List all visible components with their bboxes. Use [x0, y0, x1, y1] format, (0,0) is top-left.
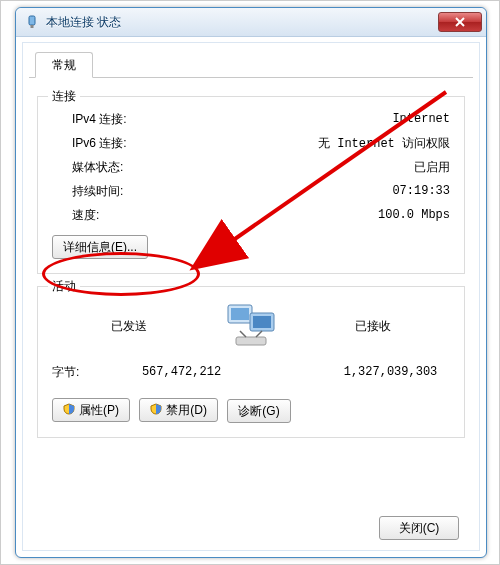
group-connection: 连接 IPv4 连接: Internet IPv6 连接: 无 Internet… — [37, 96, 465, 274]
ipv4-label: IPv4 连接: — [72, 111, 127, 128]
titlebar[interactable]: 本地连接 状态 — [16, 8, 486, 37]
svg-rect-8 — [236, 337, 266, 345]
svg-rect-7 — [253, 316, 271, 328]
group-activity: 活动 已发送 已接收 — [37, 286, 465, 438]
bytes-sent-value: 567,472,212 — [122, 365, 241, 379]
svg-line-10 — [256, 331, 262, 337]
ipv4-value: Internet — [392, 112, 450, 126]
tab-general[interactable]: 常规 — [35, 52, 93, 78]
disable-button-label: 禁用(D) — [166, 402, 207, 419]
properties-button[interactable]: 属性(P) — [52, 398, 130, 422]
speed-label: 速度: — [72, 207, 99, 224]
diagnose-button[interactable]: 诊断(G) — [227, 399, 290, 423]
network-activity-icon — [206, 301, 296, 352]
disable-button[interactable]: 禁用(D) — [139, 398, 218, 422]
properties-button-label: 属性(P) — [79, 402, 119, 419]
sent-label: 已发送 — [52, 318, 206, 335]
window-frame: 本地连接 状态 常规 连接 IPv4 连接: Internet IPv6 连接:… — [15, 7, 487, 558]
tab-row: 常规 — [29, 49, 473, 78]
media-state-value: 已启用 — [414, 159, 450, 176]
ipv6-value: 无 Internet 访问权限 — [318, 135, 450, 152]
svg-rect-0 — [29, 16, 35, 25]
details-button[interactable]: 详细信息(E)... — [52, 235, 148, 259]
window-title: 本地连接 状态 — [46, 14, 438, 31]
duration-value: 07:19:33 — [392, 184, 450, 198]
tab-pane: 连接 IPv4 连接: Internet IPv6 连接: 无 Internet… — [29, 96, 473, 438]
bytes-recv-value: 1,327,039,303 — [331, 365, 450, 379]
recv-label: 已接收 — [296, 318, 450, 335]
shield-icon — [63, 403, 75, 418]
group-activity-title: 活动 — [48, 278, 80, 295]
group-connection-title: 连接 — [48, 88, 80, 105]
ipv6-label: IPv6 连接: — [72, 135, 127, 152]
media-state-label: 媒体状态: — [72, 159, 123, 176]
svg-line-9 — [240, 331, 246, 337]
network-adapter-icon — [24, 14, 40, 30]
close-icon[interactable] — [438, 12, 482, 32]
bytes-label: 字节: — [52, 364, 122, 381]
shield-icon — [150, 403, 162, 418]
client-area: 常规 连接 IPv4 连接: Internet IPv6 连接: 无 Inter… — [22, 42, 480, 551]
speed-value: 100.0 Mbps — [378, 208, 450, 222]
duration-label: 持续时间: — [72, 183, 123, 200]
svg-rect-1 — [31, 25, 34, 28]
diagnose-button-label: 诊断(G) — [238, 403, 279, 420]
close-button[interactable]: 关闭(C) — [379, 516, 459, 540]
svg-rect-6 — [231, 308, 249, 320]
